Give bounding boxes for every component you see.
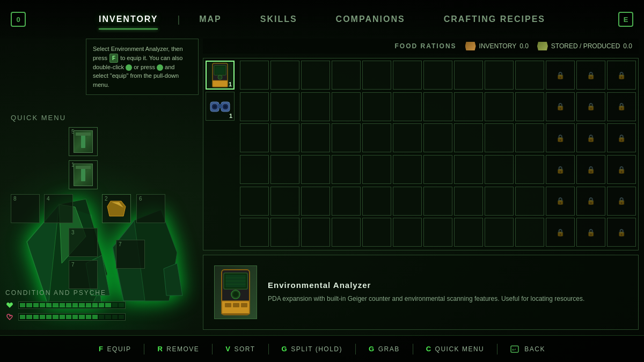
grid-slot-3-0[interactable] [240,155,269,184]
grid-slot-4-0[interactable] [240,187,269,216]
grid-slot-3-3[interactable] [332,155,361,184]
quick-slot-6[interactable]: 6 [136,194,165,223]
quick-slot-2[interactable]: 2 [102,194,131,223]
action-quickmenu[interactable]: C QUICK MENU [426,345,485,353]
action-grab[interactable]: G GRAB [369,345,400,353]
grid-slot-5-0[interactable] [240,218,269,247]
grid-slot-3-12[interactable]: 🔒 [607,155,636,184]
grid-slot-4-8[interactable] [485,187,514,216]
grid-slot-5-9[interactable] [515,218,544,247]
quick-slot-4[interactable]: 4 [44,194,73,223]
quick-slot-3[interactable]: 3 [69,228,98,257]
quick-slot-1[interactable]: 1 [69,160,98,189]
action-remove[interactable]: R REMOVE [157,345,199,353]
grid-slot-1-2[interactable] [301,92,330,121]
grid-slot-4-1[interactable] [270,187,299,216]
grid-slot-4-5[interactable] [393,187,422,216]
quick-slot-7[interactable]: 7 [69,260,98,289]
grid-slot-1-7[interactable] [454,92,483,121]
grid-slot-1-4[interactable] [362,92,391,121]
grid-slot-0-6[interactable] [423,61,452,90]
grid-slot-5-1[interactable] [270,218,299,247]
grid-slot-0-11[interactable]: 🔒 [576,61,605,90]
action-sort[interactable]: V SORT [225,345,255,353]
nav-item-crafting[interactable]: CRAFTING RECIPES [425,10,565,28]
grid-slot-4-11[interactable]: 🔒 [576,187,605,216]
grid-slot-1-5[interactable] [393,92,422,121]
grid-slot-0-1[interactable] [270,61,299,90]
grid-slot-3-11[interactable]: 🔒 [576,155,605,184]
grid-slot-2-4[interactable] [362,123,391,152]
grid-slot-3-5[interactable] [393,155,422,184]
grid-slot-0-0[interactable] [240,61,269,90]
quick-slot-7b[interactable]: 7 [116,240,145,269]
nav-item-skills[interactable]: SKILLS [241,10,317,28]
quick-slot-5[interactable]: 5 [69,127,98,156]
grid-slot-5-5[interactable] [393,218,422,247]
grid-slot-2-0[interactable] [240,123,269,152]
grid-slot-1-0[interactable] [240,92,269,121]
grid-slot-3-10[interactable]: 🔒 [546,155,575,184]
grid-slot-2-5[interactable] [393,123,422,152]
grid-slot-4-7[interactable] [454,187,483,216]
grid-slot-0-9[interactable] [515,61,544,90]
quick-slot-8[interactable]: 8 [11,194,40,223]
grid-slot-0-2[interactable] [301,61,330,90]
grid-slot-5-3[interactable] [332,218,361,247]
grid-slot-3-2[interactable] [301,155,330,184]
grid-slot-4-4[interactable] [362,187,391,216]
grid-slot-2-7[interactable] [454,123,483,152]
grid-slot-0-5[interactable] [393,61,422,90]
grid-slot-1-8[interactable] [485,92,514,121]
grid-slot-5-6[interactable] [423,218,452,247]
inv-slot-2[interactable]: 1 [206,92,235,121]
grid-slot-4-3[interactable] [332,187,361,216]
grid-slot-1-3[interactable] [332,92,361,121]
grid-slot-5-4[interactable] [362,218,391,247]
grid-slot-1-6[interactable] [423,92,452,121]
grid-slot-0-7[interactable] [454,61,483,90]
grid-slot-1-1[interactable] [270,92,299,121]
grid-slot-1-11[interactable]: 🔒 [576,92,605,121]
grid-slot-2-2[interactable] [301,123,330,152]
nav-item-companions[interactable]: COMPANIONS [317,10,425,28]
grid-slot-4-10[interactable]: 🔒 [546,187,575,216]
grid-slot-4-2[interactable] [301,187,330,216]
action-equip[interactable]: F EQUIP [99,345,131,353]
inv-slot-selected-1[interactable]: 1 [206,61,235,90]
grid-slot-1-12[interactable]: 🔒 [607,92,636,121]
grid-slot-0-3[interactable] [332,61,361,90]
grid-slot-0-8[interactable] [485,61,514,90]
grid-slot-3-7[interactable] [454,155,483,184]
action-back[interactable]: ↩ BACK [510,345,545,353]
grid-slot-3-9[interactable] [515,155,544,184]
grid-slot-5-7[interactable] [454,218,483,247]
grid-slot-3-1[interactable] [270,155,299,184]
grid-slot-2-1[interactable] [270,123,299,152]
grid-slot-0-4[interactable] [362,61,391,90]
grid-slot-4-12[interactable]: 🔒 [607,187,636,216]
grid-slot-2-9[interactable] [515,123,544,152]
grid-slot-0-10[interactable]: 🔒 [546,61,575,90]
grid-slot-5-12[interactable]: 🔒 [607,218,636,247]
grid-slot-1-10[interactable]: 🔒 [546,92,575,121]
grid-slot-3-6[interactable] [423,155,452,184]
grid-slot-5-2[interactable] [301,218,330,247]
grid-slot-2-3[interactable] [332,123,361,152]
grid-slot-2-11[interactable]: 🔒 [576,123,605,152]
grid-slot-4-9[interactable] [515,187,544,216]
nav-item-inventory[interactable]: INVENTORY [79,10,177,28]
action-split[interactable]: G SPLIT (HOLD) [282,345,342,353]
grid-slot-1-9[interactable] [515,92,544,121]
grid-slot-2-6[interactable] [423,123,452,152]
grid-slot-5-8[interactable] [485,218,514,247]
grid-slot-3-8[interactable] [485,155,514,184]
nav-item-map[interactable]: MAP [180,10,241,28]
grid-slot-2-10[interactable]: 🔒 [546,123,575,152]
grid-slot-2-12[interactable]: 🔒 [607,123,636,152]
grid-slot-4-6[interactable] [423,187,452,216]
grid-slot-3-4[interactable] [362,155,391,184]
grid-slot-2-8[interactable] [485,123,514,152]
grid-slot-0-12[interactable]: 🔒 [607,61,636,90]
grid-slot-5-10[interactable]: 🔒 [546,218,575,247]
